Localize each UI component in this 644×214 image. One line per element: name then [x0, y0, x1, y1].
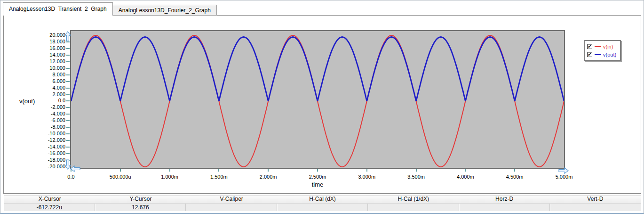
legend-box: ✔v(in)✔v(out): [584, 40, 621, 61]
x-tick-mark: [169, 169, 170, 172]
y-tick-label: 0.0: [36, 98, 65, 103]
y-tick-mark: [66, 100, 70, 101]
tab-transient-graph[interactable]: AnalogLesson13D_Transient_2_Graph: [3, 2, 113, 16]
tab-bar: AnalogLesson13D_Transient_2_GraphAnalogL…: [3, 2, 216, 16]
cursor-header-cell: Horz-D: [459, 196, 549, 203]
y-tick-label: 18.000: [36, 39, 65, 44]
legend-label: v(out): [603, 52, 616, 58]
y-axis-title: v(out): [19, 98, 35, 105]
y-tick-label: 16.000: [36, 45, 65, 51]
y-tick-mark: [66, 41, 70, 42]
grapher-window: AnalogLesson13D_Transient_2_GraphAnalogL…: [0, 0, 644, 214]
x-tick-label: 5.000m: [544, 174, 584, 180]
x-tick-label: 0.0: [51, 174, 91, 180]
y-tick-label: 6.000: [36, 78, 65, 84]
cursor-value-cell[interactable]: 12.676: [95, 204, 186, 211]
cursor-value-cell[interactable]: -612.722u: [4, 204, 95, 211]
y-tick-mark: [66, 147, 70, 148]
y-tick-mark: [66, 127, 70, 128]
legend-checkbox[interactable]: ✔: [587, 52, 592, 57]
y-tick-mark: [66, 48, 70, 49]
scroll-right-arrow-icon[interactable]: [558, 167, 569, 174]
x-tick-label: 2.000m: [248, 174, 288, 180]
x-tick-mark: [120, 169, 121, 172]
x-tick-label: 4.500m: [495, 174, 534, 180]
y-tick-mark: [66, 81, 70, 82]
y-tick-mark: [66, 107, 70, 108]
y-tick-label: 10.000: [36, 65, 65, 71]
x-axis-title: time: [298, 181, 337, 188]
x-tick-mark: [317, 169, 318, 172]
cursor-header-cell: V-Caliper: [186, 196, 277, 203]
x-tick-mark: [465, 169, 466, 172]
y-tick-mark: [66, 61, 70, 62]
legend-checkbox[interactable]: ✔: [587, 44, 592, 49]
curve-vout: [71, 37, 564, 101]
y-tick-label: 20.000: [36, 32, 65, 38]
y-tick-mark: [66, 68, 70, 69]
y-tick-label: -10.000: [36, 131, 65, 136]
y-tick-mark: [66, 133, 70, 134]
x-tick-label: 1.500m: [199, 174, 239, 180]
y-tick-label: 12.000: [36, 58, 65, 64]
y-tick-label: 2.000: [36, 91, 65, 97]
y-tick-label: -6.000: [36, 117, 65, 123]
x-tick-label: 500.000u: [101, 174, 140, 180]
x-tick-mark: [514, 169, 515, 172]
scroll-left-arrow-icon[interactable]: [70, 165, 80, 172]
legend-item: ✔v(out): [587, 50, 616, 58]
cursor-value-cell[interactable]: [459, 204, 550, 211]
tab-fourier-graph[interactable]: AnalogLesson13D_Fourier_2_Graph: [112, 5, 217, 16]
legend-color-dash-icon: [595, 54, 601, 55]
x-tick-label: 2.500m: [298, 174, 337, 180]
scroll-up-arrow-icon[interactable]: [64, 31, 71, 41]
plot-area[interactable]: [70, 30, 565, 169]
y-tick-label: -8.000: [36, 124, 65, 130]
y-tick-label: -12.000: [36, 137, 65, 143]
y-tick-mark: [66, 120, 70, 121]
waveform-curves: [71, 31, 564, 168]
x-tick-label: 1.000m: [150, 174, 190, 180]
y-tick-label: -20.000: [36, 164, 65, 169]
y-tick-mark: [66, 114, 70, 115]
y-tick-mark: [66, 153, 70, 154]
y-tick-mark: [66, 74, 70, 75]
y-tick-label: -4.000: [36, 111, 65, 116]
cursor-header-cell: Y-Cursor: [95, 196, 186, 203]
cursor-header-cell: H-Cal (1/dX): [368, 196, 459, 203]
cursor-header-cell: X-Cursor: [4, 196, 95, 203]
cursor-header-cell: H-Cal (dX): [277, 196, 368, 203]
y-tick-label: -14.000: [36, 144, 65, 149]
x-tick-mark: [366, 169, 367, 172]
cursor-value-cell[interactable]: [186, 204, 277, 211]
cursor-table-header-row: X-CursorY-CursorV-CaliperH-Cal (dX)H-Cal…: [4, 195, 641, 203]
x-tick-mark: [416, 169, 417, 172]
x-tick-mark: [268, 169, 269, 172]
x-tick-label: 3.000m: [347, 174, 387, 180]
y-tick-mark: [66, 88, 70, 89]
cursor-value-cell[interactable]: [277, 204, 368, 211]
cursor-value-cell[interactable]: [550, 204, 641, 211]
y-tick-mark: [66, 55, 70, 56]
cursor-value-cell[interactable]: [368, 204, 459, 211]
y-tick-label: -2.000: [36, 104, 65, 110]
cursor-table-value-row: -612.722u12.676: [4, 203, 641, 211]
y-tick-label: -16.000: [36, 150, 65, 156]
y-tick-label: 14.000: [36, 52, 65, 58]
y-tick-label: -18.000: [36, 157, 65, 163]
legend-label: v(in): [603, 44, 613, 49]
x-tick-label: 4.000m: [445, 174, 485, 180]
x-tick-mark: [218, 169, 219, 172]
cursor-header-cell: Vert-D: [550, 196, 641, 203]
y-tick-mark: [66, 140, 70, 141]
y-tick-label: 4.000: [36, 85, 65, 91]
x-tick-label: 3.500m: [397, 174, 436, 180]
legend-color-dash-icon: [595, 46, 601, 47]
y-tick-label: 8.000: [36, 72, 65, 77]
y-tick-mark: [66, 94, 70, 95]
legend-item: ✔v(in): [587, 42, 616, 50]
